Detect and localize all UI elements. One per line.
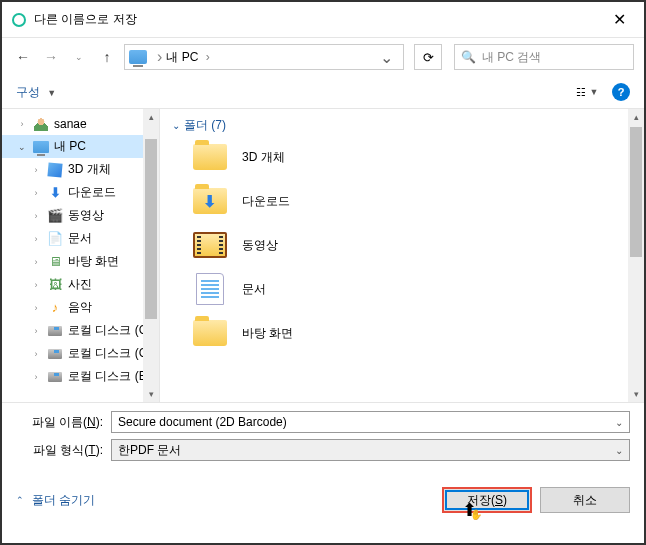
address-dropdown-icon[interactable]: ⌄: [374, 48, 399, 67]
tree-item-label: 내 PC: [54, 138, 86, 155]
hide-folders-button[interactable]: ⌃폴더 숨기기: [16, 492, 95, 509]
user-icon: [32, 116, 50, 132]
folder-label: 문서: [242, 281, 266, 298]
chevron-icon[interactable]: ›: [30, 303, 42, 313]
tree-item[interactable]: ›♪음악: [2, 296, 159, 319]
dl-icon: ⬇: [46, 185, 64, 201]
tree-item[interactable]: ⌄내 PC: [2, 135, 159, 158]
folder-item[interactable]: 문서: [172, 274, 632, 304]
tree-item[interactable]: ›로컬 디스크 (C: [2, 319, 159, 342]
chevron-icon[interactable]: ›: [30, 211, 42, 221]
desktop-icon: 🖥: [46, 254, 64, 270]
address-bar[interactable]: › 내 PC › ⌄: [124, 44, 404, 70]
docs-icon: 📄: [46, 231, 64, 247]
folder-item[interactable]: 3D 개체: [172, 142, 632, 172]
3d-icon: [46, 162, 64, 178]
tree-item[interactable]: ›🖥바탕 화면: [2, 250, 159, 273]
chevron-icon[interactable]: ›: [30, 372, 42, 382]
search-input[interactable]: 🔍 내 PC 검색: [454, 44, 634, 70]
tree-item-label: 사진: [68, 276, 92, 293]
music-icon: ♪: [46, 300, 64, 316]
view-button[interactable]: ☷ ▼: [572, 82, 602, 102]
search-placeholder: 내 PC 검색: [482, 49, 541, 66]
app-icon: [12, 13, 26, 27]
scroll-up-icon[interactable]: ▴: [628, 109, 644, 125]
pc-icon: [129, 50, 147, 64]
tree-item[interactable]: ›3D 개체: [2, 158, 159, 181]
pic-icon: 🖼: [46, 277, 64, 293]
scroll-up-icon[interactable]: ▴: [143, 109, 159, 125]
chevron-icon[interactable]: ›: [30, 349, 42, 359]
forward-button[interactable]: →: [40, 46, 62, 68]
folder-icon: [192, 142, 228, 172]
chevron-icon[interactable]: ›: [30, 326, 42, 336]
group-header[interactable]: ⌄폴더 (7): [172, 117, 632, 134]
chevron-icon[interactable]: ›: [30, 257, 42, 267]
content-scrollbar[interactable]: ▴ ▾: [628, 109, 644, 402]
tree-item[interactable]: ›로컬 디스크 (C: [2, 342, 159, 365]
back-button[interactable]: ←: [12, 46, 34, 68]
tree-item-label: 로컬 디스크 (C: [68, 345, 147, 362]
chevron-icon[interactable]: ⌄: [16, 142, 28, 152]
window-title: 다른 이름으로 저장: [34, 11, 605, 28]
folder-label: 다운로드: [242, 193, 290, 210]
nav-tree: ›sanae⌄내 PC›3D 개체›⬇다운로드›🎬동영상›📄문서›🖥바탕 화면›…: [2, 109, 160, 402]
folder-icon: [192, 230, 228, 260]
tree-item-label: sanae: [54, 117, 87, 131]
tree-scrollbar[interactable]: ▴ ▾: [143, 109, 159, 402]
fields-area: 파일 이름(N): Secure document (2D Barcode)⌄ …: [2, 402, 644, 475]
filename-input[interactable]: Secure document (2D Barcode)⌄: [111, 411, 630, 433]
toolbar: 구성 ▼ ☷ ▼ ?: [2, 76, 644, 109]
pc-icon: [32, 139, 50, 155]
filetype-label: 파일 형식(T):: [16, 442, 111, 459]
folder-item[interactable]: 바탕 화면: [172, 318, 632, 348]
chevron-icon[interactable]: ›: [30, 188, 42, 198]
chevron-icon[interactable]: ›: [30, 165, 42, 175]
scroll-down-icon[interactable]: ▾: [628, 386, 644, 402]
filetype-select[interactable]: 한PDF 문서⌄: [111, 439, 630, 461]
tree-item[interactable]: ›🖼사진: [2, 273, 159, 296]
content-scroll-thumb[interactable]: [630, 127, 642, 257]
tree-item[interactable]: ›🎬동영상: [2, 204, 159, 227]
folder-icon: [192, 318, 228, 348]
titlebar: 다른 이름으로 저장 ✕: [2, 2, 644, 38]
up-button[interactable]: ↑: [96, 46, 118, 68]
folder-item[interactable]: 동영상: [172, 230, 632, 260]
folder-icon: [192, 274, 228, 304]
dropdown-icon[interactable]: ⌄: [615, 417, 623, 428]
close-button[interactable]: ✕: [605, 10, 634, 29]
chevron-icon[interactable]: ›: [16, 119, 28, 129]
help-button[interactable]: ?: [612, 83, 630, 101]
filename-label: 파일 이름(N):: [16, 414, 111, 431]
chevron-down-icon: ⌄: [172, 120, 180, 131]
tree-item-label: 다운로드: [68, 184, 116, 201]
scroll-down-icon[interactable]: ▾: [143, 386, 159, 402]
tree-item-label: 바탕 화면: [68, 253, 119, 270]
tree-item-label: 문서: [68, 230, 92, 247]
footer: ⌃폴더 숨기기 저장(S) 취소 ⬆✋: [2, 475, 644, 525]
folder-label: 바탕 화면: [242, 325, 293, 342]
search-icon: 🔍: [461, 50, 476, 64]
disk-icon: [46, 346, 64, 362]
folder-item[interactable]: 다운로드: [172, 186, 632, 216]
disk-icon: [46, 369, 64, 385]
folder-content: ⌄폴더 (7) 3D 개체다운로드동영상문서바탕 화면 ▴ ▾: [160, 109, 644, 402]
organize-button[interactable]: 구성 ▼: [16, 84, 56, 101]
cancel-button[interactable]: 취소: [540, 487, 630, 513]
tree-item-label: 3D 개체: [68, 161, 111, 178]
recent-dropdown[interactable]: ⌄: [68, 46, 90, 68]
tree-item[interactable]: ›⬇다운로드: [2, 181, 159, 204]
tree-scroll-thumb[interactable]: [145, 139, 157, 319]
chevron-icon[interactable]: ›: [30, 234, 42, 244]
tree-item[interactable]: ›로컬 디스크 (E: [2, 365, 159, 388]
breadcrumb-text[interactable]: 내 PC ›: [166, 49, 374, 66]
save-button[interactable]: 저장(S): [442, 487, 532, 513]
tree-item[interactable]: ›📄문서: [2, 227, 159, 250]
video-icon: 🎬: [46, 208, 64, 224]
tree-item[interactable]: ›sanae: [2, 113, 159, 135]
refresh-button[interactable]: ⟳: [414, 44, 442, 70]
tree-item-label: 음악: [68, 299, 92, 316]
dropdown-icon[interactable]: ⌄: [615, 445, 623, 456]
navbar: ← → ⌄ ↑ › 내 PC › ⌄ ⟳ 🔍 내 PC 검색: [2, 38, 644, 76]
chevron-icon[interactable]: ›: [30, 280, 42, 290]
